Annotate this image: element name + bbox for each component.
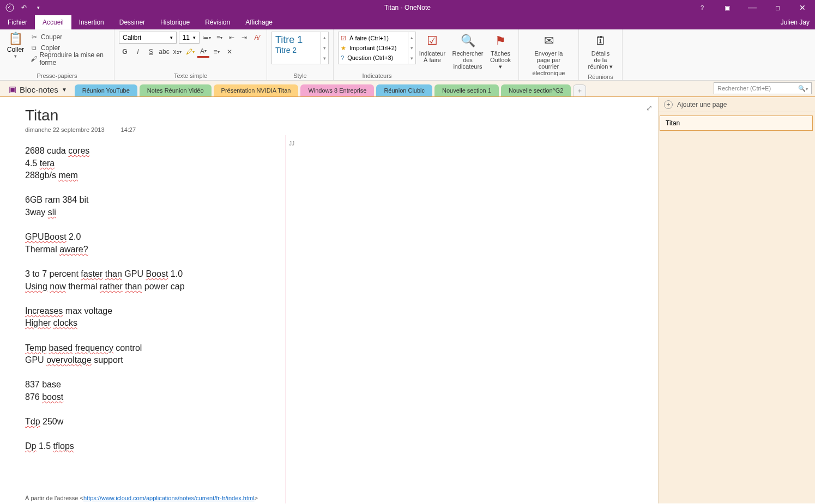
chevron-up-icon[interactable]: ▴ <box>408 32 415 42</box>
styles-gallery[interactable]: Titre 1 Titre 2 ▴▾▾ <box>271 32 329 64</box>
section-tab[interactable]: Windows 8 Entreprise <box>300 84 374 96</box>
chevron-up-icon[interactable]: ▴ <box>321 32 328 42</box>
svg-point-0 <box>6 4 14 11</box>
tab-fichier[interactable]: Fichier <box>0 15 35 29</box>
search-icon: 🔍▾ <box>798 85 808 92</box>
source-link[interactable]: https://www.icloud.com/applications/note… <box>83 495 255 501</box>
tab-historique[interactable]: Historique <box>153 15 197 29</box>
section-tab[interactable]: Réunion YouTube <box>75 84 137 96</box>
window-title: Titan - OneNote <box>384 4 431 11</box>
cut-label: Couper <box>41 33 62 41</box>
font-size-value: 11 <box>183 34 190 41</box>
todo-tag-button[interactable]: ☑Indicateur À faire <box>416 32 449 79</box>
section-tab[interactable]: Notes Réunion Vidéo <box>140 84 212 96</box>
group-tags: ☑À faire (Ctrl+1) ★Important (Ctrl+2) ?Q… <box>334 29 519 80</box>
outlook-tasks-button[interactable]: ⚑Tâches Outlook ▾ <box>487 32 514 79</box>
tab-insertion[interactable]: Insertion <box>71 15 112 29</box>
paste-button[interactable]: 📋 Coller ▾ <box>4 32 27 64</box>
tab-dessiner[interactable]: Dessiner <box>112 15 153 29</box>
style-h2[interactable]: Titre 2 <box>275 46 325 54</box>
painter-label: Reproduire la mise en forme <box>39 51 110 66</box>
maximize-icon[interactable]: ◻ <box>765 0 790 15</box>
numbering-button[interactable]: ≡▾ <box>214 32 225 44</box>
tag-important[interactable]: ★Important (Ctrl+2) <box>341 43 413 53</box>
chevron-down-icon: ▼ <box>62 87 67 93</box>
note-canvas[interactable]: ⤢ Titan dimanche 22 septembre 2013 14:27… <box>0 97 658 503</box>
copy-icon: ⧉ <box>30 44 39 52</box>
font-name-combo[interactable]: Calibri▾ <box>119 32 177 44</box>
big-label: Rechercher des indicateurs <box>452 50 484 70</box>
add-page-label: Ajouter une page <box>677 101 727 108</box>
user-name[interactable]: Julien Jay <box>781 19 810 26</box>
underline-button[interactable]: S <box>145 46 157 58</box>
back-icon[interactable] <box>3 2 16 14</box>
page-panel: + Ajouter une page Titan <box>658 97 815 503</box>
notebook-dropdown[interactable]: ▣ Bloc-notes ▼ <box>3 82 73 96</box>
source-footer: À partir de l'adresse <https://www.iclou… <box>25 495 258 501</box>
qat-customize-icon[interactable]: ▾ <box>32 2 45 14</box>
tab-affichage[interactable]: Affichage <box>238 15 280 29</box>
note-body[interactable]: 2688 cuda cores4.5 tera288gb/s mem 6GB r… <box>25 145 658 453</box>
tags-gallery[interactable]: ☑À faire (Ctrl+1) ★Important (Ctrl+2) ?Q… <box>338 32 416 64</box>
envelope-icon: ✉ <box>544 34 554 48</box>
fullscreen-icon[interactable]: ⤢ <box>646 104 653 112</box>
section-tab[interactable]: Nouvelle section 1 <box>434 84 499 96</box>
page-date: dimanche 22 septembre 2013 <box>25 126 105 133</box>
font-name-value: Calibri <box>123 34 141 41</box>
chevron-down-icon[interactable]: ▾ <box>321 42 328 53</box>
find-tags-button[interactable]: 🔍Rechercher des indicateurs <box>449 32 487 79</box>
search-box[interactable]: Rechercher (Ctrl+E) 🔍▾ <box>714 82 812 94</box>
page-list-item[interactable]: Titan <box>660 116 813 131</box>
group-label: Réunions <box>583 72 618 80</box>
cut-button[interactable]: ✂Couper <box>30 32 110 42</box>
email-page-button[interactable]: ✉Envoyer la page par courrier électroniq… <box>523 32 574 78</box>
clear-formatting-button[interactable]: A⁄ <box>252 32 262 44</box>
group-label: Indicateurs <box>338 71 416 79</box>
style-h1[interactable]: Titre 1 <box>275 34 325 46</box>
page-title[interactable]: Titan <box>25 107 658 124</box>
bullets-button[interactable]: ≔▾ <box>202 32 212 44</box>
help-icon[interactable]: ? <box>690 0 715 15</box>
section-tab[interactable]: Présentation NVIDIA Titan <box>214 84 299 96</box>
bold-button[interactable]: G <box>119 46 131 58</box>
minimize-icon[interactable]: — <box>740 0 765 15</box>
footer-suffix: > <box>255 495 258 501</box>
tab-revision[interactable]: Révision <box>197 15 238 29</box>
add-section-button[interactable]: ＋ <box>573 84 586 96</box>
search-placeholder: Rechercher (Ctrl+E) <box>717 85 771 92</box>
more-styles-icon[interactable]: ▾ <box>321 53 328 64</box>
footer-prefix: À partir de l'adresse < <box>25 495 83 501</box>
indent-button[interactable]: ⇥ <box>239 32 250 44</box>
section-tab[interactable]: Nouvelle section^G2 <box>501 84 571 96</box>
tag-question[interactable]: ?Question (Ctrl+3) <box>341 53 413 63</box>
font-color-button[interactable]: A▾ <box>197 46 209 58</box>
highlight-button[interactable]: 🖍▾ <box>184 46 196 58</box>
add-page-button[interactable]: + Ajouter une page <box>659 97 815 112</box>
align-button[interactable]: ≡▾ <box>210 46 222 58</box>
meeting-details-button[interactable]: 🗓Détails de la réunion ▾ <box>583 32 618 72</box>
delete-button[interactable]: ✕ <box>224 46 236 58</box>
tab-accueil[interactable]: Accueil <box>35 15 71 29</box>
outdent-button[interactable]: ⇤ <box>227 32 237 44</box>
checkbox-icon: ☑ <box>341 35 346 42</box>
notebook-label: Bloc-notes <box>20 85 58 94</box>
group-email: ✉Envoyer la page par courrier électroniq… <box>519 29 579 80</box>
group-label: Presse-papiers <box>4 71 110 79</box>
page-item-label: Titan <box>666 119 680 127</box>
author-marker-line <box>286 135 286 503</box>
close-icon[interactable]: ✕ <box>790 0 815 15</box>
format-painter-button[interactable]: 🖌Reproduire la mise en forme <box>30 53 110 64</box>
subscript-button[interactable]: x₂▾ <box>171 46 183 58</box>
italic-button[interactable]: I <box>132 46 144 58</box>
plus-icon: + <box>664 100 673 109</box>
ribbon-options-icon[interactable]: ▣ <box>715 0 740 15</box>
tag-todo[interactable]: ☑À faire (Ctrl+1) <box>341 33 413 43</box>
chevron-down-icon[interactable]: ▾ <box>408 42 415 53</box>
undo-icon[interactable]: ↶ <box>17 2 31 14</box>
font-size-combo[interactable]: 11▾ <box>179 32 200 44</box>
main-area: ⤢ Titan dimanche 22 septembre 2013 14:27… <box>0 97 815 503</box>
big-label: Envoyer la page par courrier électroniqu… <box>528 50 570 76</box>
more-tags-icon[interactable]: ▾ <box>408 53 415 64</box>
strike-button[interactable]: abc <box>158 46 170 58</box>
section-tab[interactable]: Réunion Clubic <box>376 84 432 96</box>
